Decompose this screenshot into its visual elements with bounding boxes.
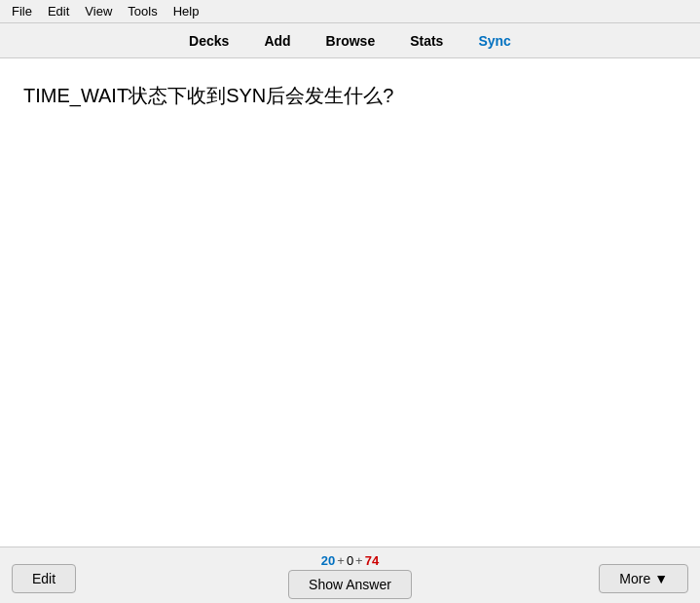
count-blue: 20 (321, 553, 335, 568)
main-content: TIME_WAIT状态下收到SYN后会发生什么? (0, 58, 700, 546)
menu-tools[interactable]: Tools (120, 2, 165, 20)
question-text: TIME_WAIT状态下收到SYN后会发生什么? (23, 82, 677, 109)
count-black: 0 (347, 553, 353, 568)
menu-view[interactable]: View (77, 2, 120, 20)
menu-file[interactable]: File (4, 2, 40, 20)
menu-edit[interactable]: Edit (40, 2, 77, 20)
bottom-buttons: Show Answer (288, 570, 412, 599)
card-counter: 20 + 0 + 74 (321, 553, 379, 568)
separator-1: + (337, 553, 345, 568)
tab-browse[interactable]: Browse (311, 29, 391, 53)
navbar: Decks Add Browse Stats Sync (0, 23, 700, 58)
bottom-bar: 20 + 0 + 74 Edit Show Answer More ▼ (0, 546, 700, 603)
count-red: 74 (365, 553, 379, 568)
tab-add[interactable]: Add (248, 29, 306, 53)
tab-sync[interactable]: Sync (462, 29, 526, 53)
show-answer-button[interactable]: Show Answer (288, 570, 412, 599)
menubar: File Edit View Tools Help (0, 0, 700, 23)
edit-button[interactable]: Edit (12, 564, 76, 593)
more-button[interactable]: More ▼ (599, 564, 688, 593)
tab-stats[interactable]: Stats (394, 29, 459, 53)
menu-help[interactable]: Help (166, 2, 207, 20)
tab-decks[interactable]: Decks (173, 29, 244, 53)
separator-2: + (355, 553, 363, 568)
